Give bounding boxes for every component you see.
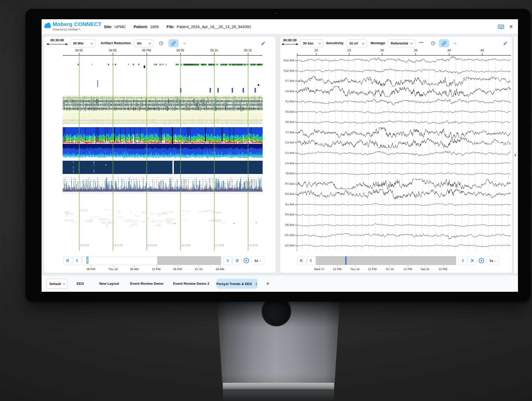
skip-back-icon: [299, 258, 304, 263]
axis-tick: [248, 53, 248, 55]
montage-select[interactable]: Referential: [388, 39, 415, 47]
play-button[interactable]: [477, 256, 486, 265]
timeline-label: 12 PM: [364, 268, 380, 271]
axis-tick-label: :40: [444, 49, 454, 52]
axis-tick: [147, 53, 147, 55]
channel-tick: [295, 101, 297, 102]
eeg-timescale-select[interactable]: 30 Sec: [300, 39, 323, 47]
more-options-button[interactable]: ⋯: [419, 40, 424, 45]
timeline-label: Thu 18: [105, 268, 121, 271]
clock-icon: [431, 41, 436, 46]
skip-to-start-button[interactable]: [297, 256, 306, 265]
playback-speed-select[interactable]: 1x: [251, 256, 264, 265]
timeline-label: Fri 19: [191, 268, 207, 271]
chevron-down-icon: [63, 282, 65, 285]
step-back-button[interactable]: [307, 256, 315, 265]
sync-link-button[interactable]: [439, 39, 449, 47]
timeline-label: Fri 19: [382, 268, 398, 271]
chevron-down-icon: [149, 42, 151, 44]
layout-selector[interactable]: Default: [46, 279, 68, 289]
sync-link-button[interactable]: [168, 39, 179, 47]
channel-tick: [295, 71, 297, 71]
tab-persyst-trends-eeg[interactable]: Persyst Trends & EEG ⋮: [217, 279, 258, 289]
eeg-panel: 00:00:30 30 Sec Sensitivity 10 uV Montag…: [280, 36, 512, 273]
timeline-cursor[interactable]: [345, 256, 347, 265]
trend-timescale-select[interactable]: 30 Min: [70, 39, 96, 47]
chevron-left-icon: [75, 258, 80, 263]
chevron-right-icon: [460, 258, 465, 263]
axis-tick-label: 05 PM: [139, 49, 154, 52]
axis-tick: [79, 53, 79, 55]
skip-forward-icon: [234, 258, 240, 263]
forward-sync-button[interactable]: [450, 39, 460, 47]
trend-cursor-label: d1 22:00: [249, 244, 258, 247]
close-button[interactable]: ×: [509, 19, 513, 34]
eeg-time-axis: [297, 55, 511, 56]
kebab-menu-icon[interactable]: ⋮: [254, 282, 258, 286]
webcam-dot: [275, 12, 277, 14]
arrow-right-icon: [182, 41, 187, 46]
forward-sync-button[interactable]: [179, 39, 189, 47]
close-icon: ×: [509, 23, 513, 30]
tab-new-layout[interactable]: New Layout: [99, 282, 119, 286]
timeline-cursor[interactable]: [87, 257, 88, 264]
eeg-display-canvas[interactable]: [297, 56, 511, 251]
step-forward-button[interactable]: [458, 256, 467, 265]
channel-tick: [295, 204, 297, 205]
timeline-label: 12 PM: [329, 268, 345, 271]
timeline-tick: [355, 266, 355, 267]
channel-tick: [295, 235, 297, 236]
skip-back-icon: [65, 258, 70, 263]
history-button[interactable]: [428, 39, 438, 47]
chevron-down-icon: [318, 42, 321, 44]
channel-tick: [295, 194, 297, 195]
axis-tick-label: 04:55: [105, 49, 121, 52]
edit-panel-button[interactable]: [501, 39, 510, 47]
app-header: Moberg CONNECT Powered by InfoMap™ Site:…: [42, 19, 518, 34]
channel-tick: [295, 184, 297, 184]
skip-to-end-button[interactable]: [232, 256, 241, 265]
keyboard-shortcuts-button[interactable]: [498, 19, 504, 34]
step-forward-button[interactable]: [223, 256, 232, 265]
sensitivity-label: Sensitivity: [326, 41, 344, 45]
channel-tick: [295, 81, 297, 81]
axis-tick: [316, 53, 316, 55]
tab-event-review-demo-2[interactable]: Event Review Demo 2: [173, 282, 209, 286]
history-button[interactable]: [156, 39, 166, 47]
channel-label: P3-Ref: [281, 192, 294, 196]
axis-tick: [113, 53, 113, 55]
channel-label: F7-Ref: [281, 79, 294, 82]
add-layout-button[interactable]: +: [266, 280, 270, 287]
timeline-tick: [408, 266, 408, 267]
eeg-window-length: 00:00:30: [281, 38, 298, 42]
skip-to-start-button[interactable]: [63, 256, 72, 265]
step-back-button[interactable]: [73, 256, 82, 265]
sensitivity-select[interactable]: 10 uV: [346, 39, 367, 47]
eeg-timeline-track[interactable]: [316, 256, 456, 265]
trend-timeline-track[interactable]: [82, 256, 221, 265]
timeline-tick: [372, 266, 373, 267]
link-icon: [171, 41, 176, 46]
playback-speed-select[interactable]: 1x: [486, 256, 499, 265]
skip-to-end-button[interactable]: [468, 256, 476, 265]
timeline-label: Wed 17: [311, 268, 327, 271]
artifact-reduction-select[interactable]: On: [134, 39, 154, 47]
trend-display-canvas[interactable]: [63, 56, 263, 251]
tab-eeg[interactable]: EEG: [77, 282, 84, 286]
play-button[interactable]: [242, 256, 251, 265]
trend-window-length: 00:30:00: [46, 38, 68, 42]
channel-tick: [295, 143, 297, 143]
axis-tick: [349, 53, 349, 55]
collapse-side-panel-button[interactable]: [514, 36, 517, 273]
arrow-right-icon: [452, 41, 457, 46]
channel-tick: [295, 91, 297, 92]
axis-tick: [214, 53, 215, 55]
timeline-tick: [319, 266, 320, 267]
app-window: Moberg CONNECT Powered by InfoMap™ Site:…: [42, 19, 518, 292]
axis-tick-label: 04:50: [71, 49, 87, 52]
edit-panel-button[interactable]: [258, 39, 268, 47]
channel-label: P7-Ref: [281, 182, 294, 185]
clock-icon: [159, 41, 164, 46]
tab-event-review-demo[interactable]: Event Review Demo: [130, 282, 163, 286]
app-subtitle: Powered by InfoMap™: [53, 28, 81, 31]
